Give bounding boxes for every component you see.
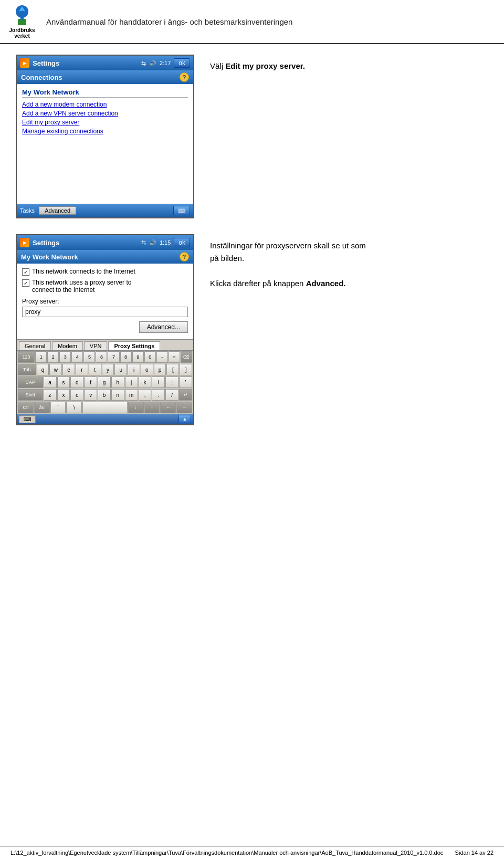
kb-key-k[interactable]: k <box>139 376 152 388</box>
kb-key-right[interactable]: → <box>176 402 192 413</box>
kb-key-a[interactable]: a <box>44 376 57 388</box>
connections-content: My Work Network Add a new modem connecti… <box>17 84 193 204</box>
kb-key-0[interactable]: 0 <box>144 351 156 363</box>
keyboard-toggle-1[interactable]: ⌨ <box>173 206 190 215</box>
kb-key-backtick[interactable]: ` <box>50 402 66 413</box>
kb-key-j[interactable]: j <box>125 376 138 388</box>
my-work-network-title-2: My Work Network <box>21 253 78 261</box>
kb-key-lbracket[interactable]: [ <box>166 364 179 375</box>
kb-key-7[interactable]: 7 <box>108 351 119 363</box>
kb-key-3[interactable]: 3 <box>59 351 71 363</box>
kb-key-6[interactable]: 6 <box>96 351 107 363</box>
page-footer: L:\12_aktiv_forvaltning\Egenutvecklade s… <box>0 846 504 859</box>
section2-text: Inställningar för proxyservern skall se … <box>210 234 488 290</box>
start-icon-2: ▶ <box>20 238 29 247</box>
advanced-button[interactable]: Advanced... <box>139 321 188 333</box>
kb-key-down[interactable]: ↓ <box>128 402 144 413</box>
info-icon-1: ? <box>180 72 189 82</box>
kb-key-ctl[interactable]: Ctl <box>18 402 34 413</box>
kb-key-d[interactable]: d <box>70 376 83 388</box>
kb-key-i[interactable]: i <box>128 364 140 375</box>
proxy-input[interactable] <box>22 307 188 317</box>
ok-button-1[interactable]: ok <box>174 58 190 68</box>
link-add-vpn[interactable]: Add a new VPN server connection <box>22 110 188 117</box>
advanced-tab[interactable]: Advanced <box>39 206 76 215</box>
kb-row-0: 123 1 2 3 4 5 6 7 8 9 0 - = <box>17 351 193 363</box>
kb-key-m[interactable]: m <box>125 389 138 401</box>
kb-key-s[interactable]: s <box>57 376 70 388</box>
kb-key-5[interactable]: 5 <box>83 351 95 363</box>
my-work-network-title-1: My Work Network <box>22 88 188 98</box>
ok-button-2[interactable]: ok <box>174 238 190 247</box>
checkbox-proxy[interactable]: ✓ <box>22 279 29 287</box>
time-2: 1:15 <box>160 239 171 246</box>
kb-key-1[interactable]: 1 <box>35 351 47 363</box>
kb-key-comma[interactable]: , <box>139 389 152 401</box>
kb-arrow-up[interactable]: ▲ <box>178 415 191 423</box>
kb-key-v[interactable]: v <box>84 389 97 401</box>
kb-key-y[interactable]: y <box>102 364 114 375</box>
kb-key-equals[interactable]: = <box>169 351 180 363</box>
kb-key-shift[interactable]: Shift <box>18 389 43 401</box>
tab-general[interactable]: General <box>19 341 51 350</box>
kb-key-9[interactable]: 9 <box>132 351 144 363</box>
kb-key-t[interactable]: t <box>89 364 101 375</box>
kb-key-w[interactable]: w <box>49 364 62 375</box>
kb-key-left[interactable]: ← <box>160 402 176 413</box>
kb-key-period[interactable]: . <box>152 389 165 401</box>
proxy-settings-content: ✓ This network connects to the Internet … <box>17 264 193 339</box>
speaker-icon: 🔊 <box>149 60 156 67</box>
kb-key-l[interactable]: l <box>152 376 165 388</box>
link-manage[interactable]: Manage existing connections <box>22 128 188 135</box>
kb-key-slash[interactable]: / <box>165 389 178 401</box>
kb-key-x[interactable]: x <box>57 389 70 401</box>
kb-row-2: CAP a s d f g h j k l ; ' <box>17 376 193 389</box>
tab-vpn[interactable]: VPN <box>84 341 108 350</box>
kb-key-4[interactable]: 4 <box>71 351 83 363</box>
kb-key-g[interactable]: g <box>98 376 111 388</box>
kb-key-p[interactable]: p <box>154 364 166 375</box>
kb-key-u[interactable]: u <box>114 364 127 375</box>
kb-key-f[interactable]: f <box>84 376 97 388</box>
kb-key-2[interactable]: 2 <box>47 351 59 363</box>
connections-title: Connections <box>21 74 62 81</box>
kb-key-b[interactable]: b <box>98 389 111 401</box>
kb-key-space[interactable] <box>82 402 127 413</box>
link-edit-proxy[interactable]: Edit my proxy server <box>22 119 188 126</box>
kb-key-h[interactable]: h <box>111 376 124 388</box>
device-screen-1: ▶ Settings ⇆ 🔊 2:17 ok Connections <box>16 55 194 218</box>
tab-proxy-settings[interactable]: Proxy Settings <box>108 341 160 350</box>
link-add-modem[interactable]: Add a new modem connection <box>22 101 188 108</box>
kb-key-tab[interactable]: Tab <box>18 364 36 375</box>
kb-key-minus[interactable]: - <box>156 351 168 363</box>
kb-key-e[interactable]: e <box>62 364 75 375</box>
checkbox-internet[interactable]: ✓ <box>22 268 29 276</box>
kb-key-q[interactable]: q <box>37 364 49 375</box>
window-title-2: Settings <box>33 239 59 247</box>
kb-key-quote[interactable]: ' <box>179 376 192 388</box>
kb-key-o[interactable]: o <box>141 364 153 375</box>
kb-key-8[interactable]: 8 <box>120 351 132 363</box>
checkbox-proxy-label: This network uses a proxy server to conn… <box>32 279 131 294</box>
checkbox-row-1: ✓ This network connects to the Internet <box>22 268 188 276</box>
section1-text: Välj Edit my proxy server. <box>210 55 488 72</box>
tab-modem[interactable]: Modem <box>52 341 83 350</box>
kb-key-n[interactable]: n <box>111 389 124 401</box>
kb-key-c[interactable]: c <box>70 389 83 401</box>
kb-key-123[interactable]: 123 <box>18 351 35 363</box>
kb-key-enter[interactable]: ↵ <box>179 389 192 401</box>
kb-key-r[interactable]: r <box>76 364 88 375</box>
kb-key-auu[interactable]: áü <box>34 402 50 413</box>
kb-key-backspace[interactable]: ⌫ <box>181 351 192 363</box>
kb-key-up[interactable]: ↑ <box>144 402 160 413</box>
kb-key-z[interactable]: z <box>44 389 57 401</box>
tasks-label: Tasks <box>20 207 35 214</box>
kb-key-rbracket[interactable]: ] <box>180 364 192 375</box>
kb-toolbar-tab[interactable]: ⌨ <box>19 415 36 423</box>
nav-tabs: General Modem VPN Proxy Settings <box>17 339 193 350</box>
kb-key-cap[interactable]: CAP <box>18 376 43 388</box>
logo-area: Jordbruks verket <box>6 4 38 39</box>
footer-page-info: Sidan 14 av 22 <box>455 850 494 856</box>
kb-key-backslash[interactable]: \ <box>66 402 82 413</box>
kb-key-semicolon[interactable]: ; <box>165 376 178 388</box>
